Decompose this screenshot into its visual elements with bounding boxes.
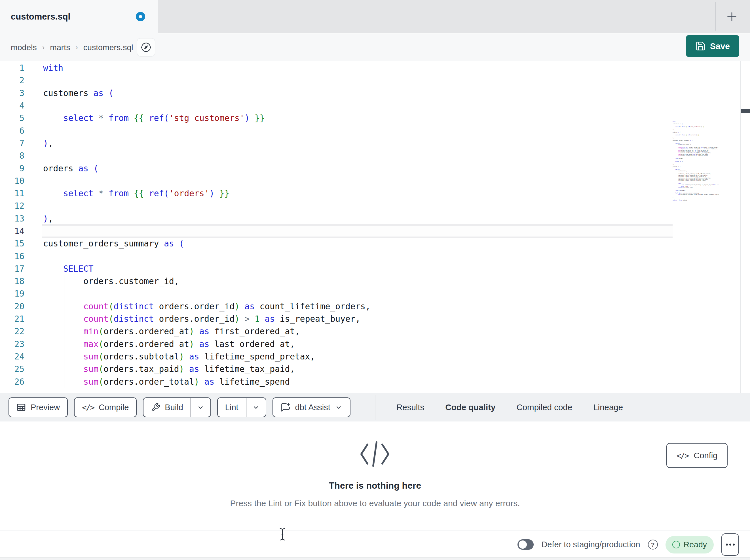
code-text: customers as ( xyxy=(24,88,114,98)
dbt-assist-button[interactable]: dbt Assist xyxy=(273,397,351,417)
tab-strip: customers.sql xyxy=(0,0,750,33)
line-number: 10 xyxy=(0,176,24,186)
code-line[interactable]: 12 xyxy=(0,200,750,212)
dot-icon xyxy=(729,544,731,545)
tab-results[interactable]: Results xyxy=(396,393,424,421)
code-text: ), xyxy=(24,139,53,148)
new-tab-button[interactable] xyxy=(725,9,739,24)
code-line[interactable]: 20 count(distinct orders.order_id) as co… xyxy=(0,300,750,313)
code-line[interactable]: 16 xyxy=(0,250,750,262)
plus-icon xyxy=(725,10,738,23)
empty-state-subtitle: Press the Lint or Fix button above to ev… xyxy=(0,499,750,508)
breadcrumb-item-marts[interactable]: marts xyxy=(50,43,70,52)
line-number: 15 xyxy=(0,239,24,248)
code-brackets-icon xyxy=(358,439,392,469)
code-text: customer_orders_summary as ( xyxy=(24,239,184,248)
code-line[interactable]: 22 min(orders.ordered_at) as first_order… xyxy=(0,325,750,338)
line-number: 14 xyxy=(0,226,24,236)
code-line[interactable]: 1with xyxy=(0,62,750,74)
tab-compiled-code[interactable]: Compiled code xyxy=(516,393,572,421)
code-text: count(distinct orders.order_id) as count… xyxy=(24,302,371,311)
code-line[interactable]: 21 count(distinct orders.order_id) > 1 a… xyxy=(0,313,750,325)
code-line[interactable]: 7), xyxy=(0,137,750,149)
compile-button[interactable]: </> Compile xyxy=(74,397,137,417)
breadcrumb-item-customers-sql[interactable]: customers.sql xyxy=(83,43,133,52)
chat-sparkle-icon xyxy=(280,402,291,412)
ready-ring-icon xyxy=(672,541,680,548)
build-dropdown[interactable] xyxy=(191,398,211,417)
build-button[interactable]: Build xyxy=(143,397,211,417)
code-brackets-icon: </> xyxy=(82,403,94,412)
help-glyph: ? xyxy=(651,541,655,548)
lint-dropdown[interactable] xyxy=(246,398,266,417)
save-icon xyxy=(695,41,706,51)
preview-button[interactable]: Preview xyxy=(8,397,68,417)
code-text: ), xyxy=(24,214,53,224)
code-text: sum(orders.subtotal) as lifetime_spend_p… xyxy=(24,352,315,361)
breadcrumb-item-models[interactable]: models xyxy=(11,43,37,52)
code-lines: 1with23customers as (45 select * from {{… xyxy=(0,62,750,388)
code-line[interactable]: 24 sum(orders.subtotal) as lifetime_spen… xyxy=(0,350,750,363)
line-number: 24 xyxy=(0,352,24,361)
chevron-down-icon xyxy=(335,403,342,411)
code-line[interactable]: 3customers as ( xyxy=(0,87,750,99)
line-number: 11 xyxy=(0,189,24,198)
save-button[interactable]: Save xyxy=(686,35,739,57)
line-number: 26 xyxy=(0,377,24,387)
code-line[interactable]: 6 xyxy=(0,124,750,137)
code-line[interactable]: 26 sum(orders.order_total) as lifetime_s… xyxy=(0,375,750,388)
code-line[interactable]: 14 xyxy=(0,225,750,237)
lint-button[interactable]: Lint xyxy=(217,397,266,417)
defer-label: Defer to staging/production xyxy=(541,540,640,549)
chevron-down-icon xyxy=(197,403,204,411)
code-line[interactable]: 4 xyxy=(0,99,750,112)
line-number: 1 xyxy=(0,63,24,73)
code-line[interactable]: 8 xyxy=(0,149,750,162)
file-navigate-button[interactable] xyxy=(137,38,155,57)
code-line[interactable]: 9orders as ( xyxy=(0,162,750,174)
code-brackets-icon: </> xyxy=(676,451,689,460)
code-text: count(distinct orders.order_id) > 1 as i… xyxy=(24,314,360,324)
minimap-code[interactable]: with customers as ( select * from {{ ref… xyxy=(673,121,718,201)
empty-state-title: There is nothing here xyxy=(0,480,750,491)
config-button[interactable]: </> Config xyxy=(666,443,728,468)
code-text: with xyxy=(24,63,63,73)
scrollbar-thumb[interactable] xyxy=(741,109,750,113)
path-bar: models›marts›customers.sql xyxy=(0,34,750,61)
code-text: max(orders.ordered_at) as last_ordered_a… xyxy=(24,339,295,349)
status-badge: Ready xyxy=(666,536,714,554)
code-line[interactable]: 10 xyxy=(0,175,750,187)
line-number: 17 xyxy=(0,264,24,274)
compass-icon xyxy=(140,41,152,53)
status-bar: Defer to staging/production ? Ready xyxy=(0,532,750,557)
code-line[interactable]: 17 SELECT xyxy=(0,263,750,275)
help-icon[interactable]: ? xyxy=(648,540,658,549)
breadcrumb-separator: › xyxy=(42,43,44,51)
defer-toggle[interactable] xyxy=(517,539,534,550)
code-line[interactable]: 23 max(orders.ordered_at) as last_ordere… xyxy=(0,338,750,350)
tab-lineage[interactable]: Lineage xyxy=(593,393,623,421)
i-beam-cursor-icon xyxy=(278,527,287,541)
code-line[interactable]: 2 xyxy=(0,74,750,87)
build-label: Build xyxy=(165,403,183,412)
code-line[interactable]: 19 xyxy=(0,288,750,300)
line-number: 13 xyxy=(0,214,24,224)
line-number: 6 xyxy=(0,126,24,136)
breadcrumb: models›marts›customers.sql xyxy=(11,34,133,61)
preview-label: Preview xyxy=(31,403,60,412)
tab-code-quality[interactable]: Code quality xyxy=(445,393,495,421)
code-line[interactable]: 13), xyxy=(0,212,750,225)
code-line[interactable]: 18 orders.customer_id, xyxy=(0,275,750,288)
breadcrumb-separator: › xyxy=(75,43,78,51)
code-editor[interactable]: 1with23customers as (45 select * from {{… xyxy=(0,61,750,393)
code-line[interactable]: 15customer_orders_summary as ( xyxy=(0,237,750,250)
line-number: 12 xyxy=(0,201,24,211)
line-number: 18 xyxy=(0,276,24,286)
code-text: min(orders.ordered_at) as first_ordered_… xyxy=(24,327,300,336)
code-line[interactable]: 25 sum(orders.tax_paid) as lifetime_tax_… xyxy=(0,363,750,375)
code-line[interactable]: 5 select * from {{ ref('stg_customers') … xyxy=(0,112,750,124)
ready-label: Ready xyxy=(684,540,707,549)
more-options-button[interactable] xyxy=(722,533,739,556)
editor-tab-customers-sql[interactable]: customers.sql xyxy=(0,0,158,34)
code-line[interactable]: 11 select * from {{ ref('orders') }} xyxy=(0,187,750,200)
